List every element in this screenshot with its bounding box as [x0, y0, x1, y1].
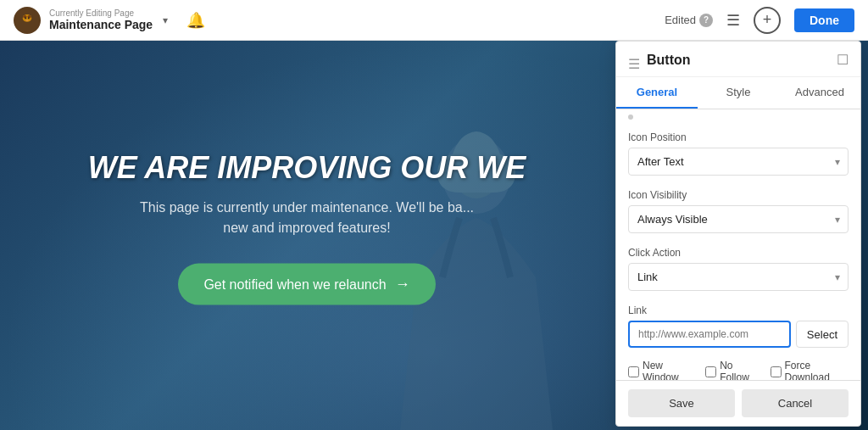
page-chevron-icon[interactable]: ▾ — [163, 14, 168, 26]
svg-point-4 — [25, 17, 26, 19]
no-follow-label: No Follow — [720, 360, 758, 380]
main-area: WE ARE IMPROVING OUR WE This page is cur… — [0, 41, 868, 430]
icon-position-select-wrap: After Text Before Text ▾ — [628, 148, 849, 176]
add-element-icon[interactable]: + — [754, 7, 781, 34]
tab-style[interactable]: Style — [698, 77, 779, 109]
link-options-checkboxes: New Window No Follow Force Download — [616, 355, 860, 380]
force-download-checkbox[interactable] — [771, 366, 782, 377]
panel-footer: Save Cancel — [616, 380, 860, 426]
panel-indicator-dot — [628, 114, 633, 120]
save-button[interactable]: Save — [628, 389, 735, 417]
no-follow-checkbox[interactable] — [705, 366, 716, 377]
click-action-field: Click Action Link Popup Scroll ▾ — [616, 240, 860, 298]
hero-subtitle: This page is currently under maintenance… — [34, 198, 580, 238]
tab-general[interactable]: General — [616, 77, 698, 109]
force-download-checkbox-item[interactable]: Force Download — [771, 360, 849, 380]
page-name: Maintenance Page — [49, 18, 153, 31]
button-settings-panel: ☰ Button ☐ General Style Advanced Icon P… — [615, 41, 861, 427]
new-window-label: New Window — [643, 360, 693, 380]
notification-bell-icon[interactable]: 🔔 — [186, 11, 205, 30]
hero-content: WE ARE IMPROVING OUR WE This page is cur… — [0, 150, 614, 305]
link-row: Select — [628, 321, 849, 348]
panel-title: Button — [647, 53, 691, 76]
icon-visibility-field: Icon Visibility Always Visible On Hover … — [616, 182, 860, 240]
link-input[interactable] — [628, 321, 791, 348]
svg-point-6 — [25, 20, 29, 21]
panel-minimize-icon[interactable]: ☐ — [837, 52, 849, 76]
link-label: Link — [628, 304, 849, 316]
panel-body: Icon Position After Text Before Text ▾ I… — [616, 109, 860, 380]
panel-header: ☰ Button ☐ — [616, 42, 860, 77]
icon-position-field: Icon Position After Text Before Text ▾ — [616, 125, 860, 182]
click-action-label: Click Action — [628, 247, 849, 259]
edited-label: Edited — [665, 14, 696, 26]
panel-drag-icon: ☰ — [628, 56, 640, 72]
icon-visibility-select[interactable]: Always Visible On Hover — [628, 205, 849, 233]
page-label: Currently Editing Page — [49, 8, 153, 18]
cancel-button[interactable]: Cancel — [742, 389, 849, 417]
link-field: Link Select — [616, 298, 860, 355]
click-action-select[interactable]: Link Popup Scroll — [628, 263, 849, 291]
edited-status: Edited ? — [665, 14, 713, 27]
icon-position-select[interactable]: After Text Before Text — [628, 148, 849, 176]
new-window-checkbox[interactable] — [628, 366, 639, 377]
click-action-select-wrap: Link Popup Scroll ▾ — [628, 263, 849, 291]
hero-title: WE ARE IMPROVING OUR WE — [34, 150, 580, 184]
topbar: Currently Editing Page Maintenance Page … — [0, 0, 868, 41]
link-select-button[interactable]: Select — [796, 321, 849, 348]
done-button[interactable]: Done — [794, 8, 854, 32]
force-download-label: Force Download — [785, 360, 849, 380]
icon-visibility-select-wrap: Always Visible On Hover ▾ — [628, 205, 849, 233]
notify-button-label: Get notified when we relaunch — [203, 276, 386, 292]
panel-tabs: General Style Advanced — [616, 77, 860, 109]
icon-position-label: Icon Position — [628, 131, 849, 143]
topbar-left: Currently Editing Page Maintenance Page … — [14, 7, 665, 34]
topbar-right: Edited ? ☰ + Done — [665, 7, 854, 34]
icon-visibility-label: Icon Visibility — [628, 189, 849, 201]
new-window-checkbox-item[interactable]: New Window — [628, 360, 693, 380]
panel-dot-row — [616, 109, 860, 125]
arrow-icon: → — [395, 276, 410, 293]
menu-lines-icon[interactable]: ☰ — [726, 11, 740, 30]
no-follow-checkbox-item[interactable]: No Follow — [705, 360, 758, 380]
app-logo — [14, 7, 41, 34]
page-info: Currently Editing Page Maintenance Page — [49, 8, 153, 31]
tab-advanced[interactable]: Advanced — [779, 77, 860, 109]
panel-header-left: ☰ Button — [628, 53, 691, 76]
edited-info-icon[interactable]: ? — [699, 14, 713, 27]
notify-button[interactable]: Get notified when we relaunch → — [178, 264, 435, 305]
svg-point-5 — [28, 17, 30, 19]
